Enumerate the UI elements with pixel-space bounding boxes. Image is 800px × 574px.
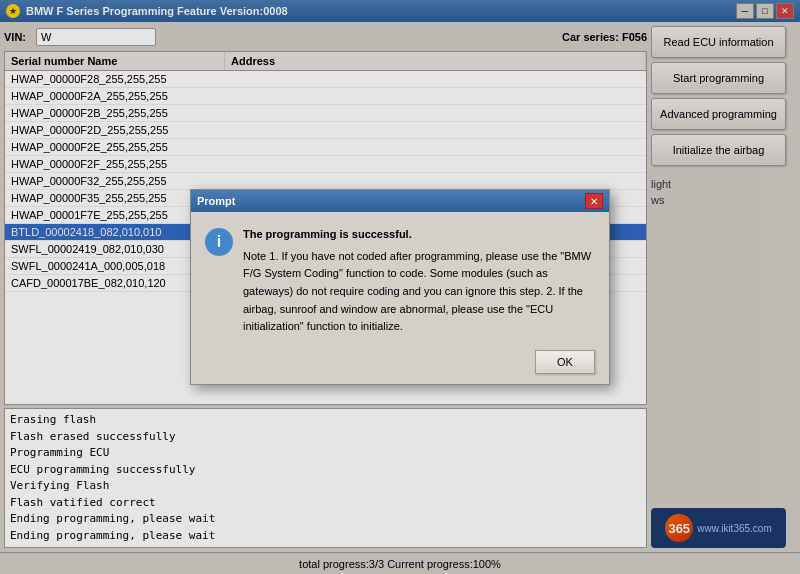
- modal-title-bar: Prompt ✕: [191, 190, 609, 212]
- modal-message-line2: Note 1. If you have not coded after prog…: [243, 248, 595, 336]
- modal-body: i The programming is successful. Note 1.…: [191, 212, 609, 346]
- ok-button[interactable]: OK: [535, 350, 595, 374]
- modal-message: The programming is successful. Note 1. I…: [243, 226, 595, 336]
- modal-close-button[interactable]: ✕: [585, 193, 603, 209]
- modal-message-line1: The programming is successful.: [243, 226, 595, 244]
- modal-info-icon: i: [205, 228, 233, 256]
- prompt-dialog: Prompt ✕ i The programming is successful…: [190, 189, 610, 385]
- modal-title: Prompt: [197, 195, 236, 207]
- modal-footer: OK: [191, 346, 609, 384]
- modal-overlay: Prompt ✕ i The programming is successful…: [0, 0, 800, 574]
